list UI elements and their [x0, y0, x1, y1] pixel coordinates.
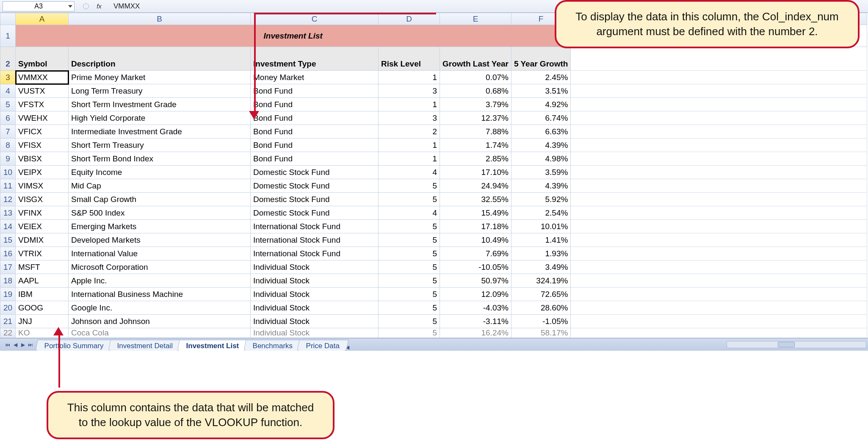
cell-risk[interactable]: 5	[379, 301, 440, 315]
cell-description[interactable]: Intermediate Investment Grade	[69, 125, 251, 139]
cell-description[interactable]: Emerging Markets	[69, 220, 251, 233]
cell-type[interactable]: Bond Fund	[251, 98, 379, 111]
empty-cell[interactable]	[571, 274, 867, 288]
cell-risk[interactable]: 2	[379, 125, 440, 139]
row-header-12[interactable]: 12	[0, 193, 16, 206]
cell-type[interactable]: International Stock Fund	[251, 247, 379, 260]
cell-five[interactable]: -1.05%	[511, 315, 570, 328]
empty-cell[interactable]	[571, 152, 867, 166]
row-header-16[interactable]: 16	[0, 247, 16, 260]
cell-growth[interactable]: 32.55%	[440, 193, 511, 206]
cell-risk[interactable]: 1	[379, 98, 440, 111]
cell-type[interactable]: International Stock Fund	[251, 233, 379, 247]
row-header-2[interactable]: 2	[0, 47, 16, 71]
cell-five[interactable]: 4.39%	[511, 179, 570, 193]
cell-five[interactable]: 1.93%	[511, 247, 570, 260]
cell-growth[interactable]: 15.49%	[440, 206, 511, 220]
cell-symbol[interactable]: VDMIX	[16, 233, 69, 247]
cell-growth[interactable]: 17.10%	[440, 166, 511, 179]
cell-type[interactable]: Bond Fund	[251, 84, 379, 98]
header-symbol[interactable]: Symbol	[16, 47, 69, 71]
cell-risk[interactable]: 4	[379, 206, 440, 220]
cell-description[interactable]: International Value	[69, 247, 251, 260]
worksheet-table[interactable]: A B C D E F 1 Investment List 2 Symbol D…	[0, 13, 867, 338]
cell-risk[interactable]: 3	[379, 111, 440, 125]
empty-cell[interactable]	[571, 220, 867, 233]
empty-cell[interactable]	[571, 84, 867, 98]
cell-type[interactable]: Individual Stock	[251, 260, 379, 274]
cell-growth[interactable]: 3.79%	[440, 98, 511, 111]
empty-cell[interactable]	[571, 166, 867, 179]
cell-five[interactable]: 2.45%	[511, 71, 570, 84]
cell-five[interactable]: 3.59%	[511, 166, 570, 179]
cell-description[interactable]: Developed Markets	[69, 233, 251, 247]
cell-description[interactable]: Long Term Treasury	[69, 84, 251, 98]
cell-risk[interactable]: 5	[379, 247, 440, 260]
empty-cell[interactable]	[571, 111, 867, 125]
name-box-dropdown-icon[interactable]	[68, 5, 72, 8]
sheet-tab[interactable]: Benchmarks	[243, 340, 302, 351]
empty-cell[interactable]	[571, 301, 867, 315]
cell-five[interactable]: 3.49%	[511, 260, 570, 274]
empty-cell[interactable]	[571, 260, 867, 274]
header-risk-level[interactable]: Risk Level	[379, 47, 440, 71]
row-header-9[interactable]: 9	[0, 152, 16, 166]
cell-growth[interactable]: 7.88%	[440, 125, 511, 139]
cell-risk[interactable]: 5	[379, 288, 440, 301]
fx-button[interactable]: fx	[93, 2, 105, 11]
empty-cell[interactable]	[571, 247, 867, 260]
row-header-18[interactable]: 18	[0, 274, 16, 288]
col-header-B[interactable]: B	[69, 13, 251, 25]
cell-growth[interactable]: 2.85%	[440, 152, 511, 166]
cell-symbol[interactable]: IBM	[16, 288, 69, 301]
empty-cell[interactable]	[571, 71, 867, 84]
row-header-11[interactable]: 11	[0, 179, 16, 193]
cell-risk[interactable]: 5	[379, 315, 440, 328]
name-box[interactable]: A3	[3, 1, 75, 11]
cell-five[interactable]: 58.17%	[511, 328, 570, 338]
row-header-8[interactable]: 8	[0, 139, 16, 152]
sheet-tab[interactable]: Price Data	[297, 340, 349, 351]
cell-type[interactable]: International Stock Fund	[251, 220, 379, 233]
empty-cell[interactable]	[571, 288, 867, 301]
cell-description[interactable]: Microsoft Corporation	[69, 260, 251, 274]
cell-growth[interactable]: 10.49%	[440, 233, 511, 247]
cell-description[interactable]: International Business Machine	[69, 288, 251, 301]
row-header-22[interactable]: 22	[0, 328, 16, 338]
row-header-1[interactable]: 1	[0, 25, 16, 47]
cell-symbol[interactable]: VFISX	[16, 139, 69, 152]
cell-description[interactable]: Coca Cola	[69, 328, 251, 338]
header-growth-last-year[interactable]: Growth Last Year	[440, 47, 511, 71]
cell-growth[interactable]: 1.74%	[440, 139, 511, 152]
sheet-title[interactable]: Investment List	[16, 25, 571, 47]
cell-symbol[interactable]: AAPL	[16, 274, 69, 288]
col-header-D[interactable]: D	[379, 13, 440, 25]
select-all-corner[interactable]	[0, 13, 16, 25]
cell-type[interactable]: Domestic Stock Fund	[251, 206, 379, 220]
empty-cell[interactable]	[571, 179, 867, 193]
cell-symbol[interactable]: VFSTX	[16, 98, 69, 111]
col-header-C[interactable]: C	[251, 13, 379, 25]
cell-five[interactable]: 324.19%	[511, 274, 570, 288]
cell-symbol[interactable]: MSFT	[16, 260, 69, 274]
cell-description[interactable]: High Yield Corporate	[69, 111, 251, 125]
empty-cell[interactable]	[571, 98, 867, 111]
cell-symbol[interactable]: VFICX	[16, 125, 69, 139]
empty-cell[interactable]	[571, 47, 867, 71]
empty-cell[interactable]	[571, 328, 867, 338]
cell-symbol[interactable]: VTRIX	[16, 247, 69, 260]
cell-type[interactable]: Domestic Stock Fund	[251, 166, 379, 179]
cell-description[interactable]: Short Term Investment Grade	[69, 98, 251, 111]
cell-risk[interactable]: 5	[379, 193, 440, 206]
cell-type[interactable]: Money Market	[251, 71, 379, 84]
tab-nav-first-icon[interactable]: ⏮	[4, 341, 11, 348]
cell-risk[interactable]: 5	[379, 328, 440, 338]
cell-growth[interactable]: 17.18%	[440, 220, 511, 233]
cell-symbol[interactable]: VUSTX	[16, 84, 69, 98]
cell-growth[interactable]: 16.24%	[440, 328, 511, 338]
cell-type[interactable]: Domestic Stock Fund	[251, 193, 379, 206]
cell-description[interactable]: Prime Money Market	[69, 71, 251, 84]
cell-five[interactable]: 72.65%	[511, 288, 570, 301]
header-description[interactable]: Description	[69, 47, 251, 71]
col-header-A[interactable]: A	[16, 13, 69, 25]
